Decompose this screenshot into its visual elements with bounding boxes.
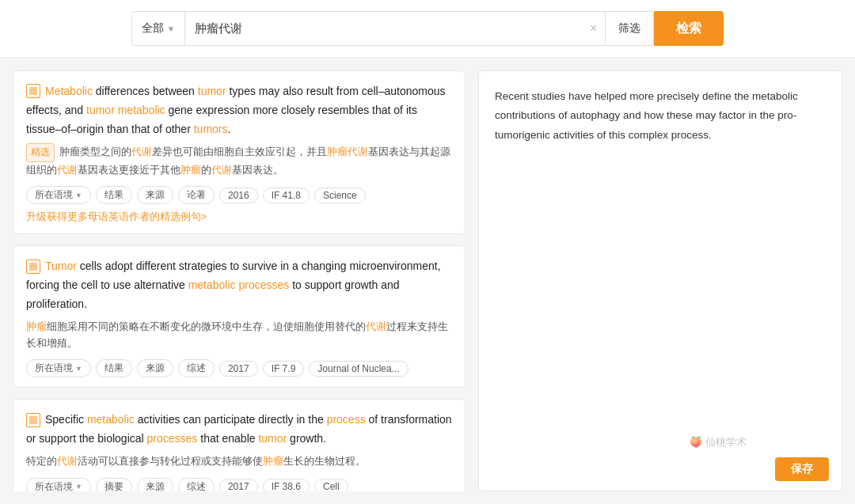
tag-source-1[interactable]: 来源 [137,186,173,204]
tags-row-3: 所在语境▼ 摘要 来源 综述 2017 IF 38.6 Cell [26,478,452,491]
filter-button[interactable]: 筛选 [605,12,653,45]
category-label: 全部 [142,21,164,36]
jingxuan-tag: 精选 [26,143,55,161]
tag-journal-2[interactable]: Journal of Nuclea... [309,361,408,377]
tag-year-2[interactable]: 2017 [219,361,258,377]
tag-journal-1[interactable]: Science [314,188,366,203]
watermark-text: 仙桃学术 [705,433,747,451]
tag-journal-3[interactable]: Cell [314,479,348,491]
search-bar: 全部 ▼ × 筛选 检索 [0,0,855,58]
tag-context-3[interactable]: 所在语境▼ [26,478,91,491]
search-container: 全部 ▼ × 筛选 [131,11,654,46]
tag-type-3[interactable]: 综述 [178,478,215,491]
zh-text-2: 肿瘤细胞采用不同的策略在不断变化的微环境中生存，迫使细胞使用替代的代谢过程来支持… [26,319,452,352]
result-card-1: Metabolic differences between tumor type… [13,70,466,234]
main-layout: Metabolic differences between tumor type… [0,58,855,504]
watermark: 🍑 仙桃学术 [690,433,747,451]
tag-source-2[interactable]: 来源 [137,359,173,377]
tags-row-1: 所在语境▼ 结果 来源 论著 2016 IF 41.8 Science [26,186,452,204]
tags-row-2: 所在语境▼ 结果 来源 综述 2017 IF 7.9 Journal of Nu… [26,359,452,377]
category-dropdown[interactable]: 全部 ▼ [132,12,185,45]
card-icon-2 [26,260,40,274]
tag-result-1[interactable]: 结果 [96,186,132,204]
en-text-3: Specific metabolic activities can partic… [26,411,452,449]
tag-type-1[interactable]: 论著 [178,186,215,204]
right-panel: Recent studies have helped more precisel… [478,70,842,491]
zh-text-3: 特定的代谢活动可以直接参与转化过程或支持能够使肿瘤生长的生物过程。 [26,453,452,470]
tag-arrow-icon: ▼ [75,191,82,199]
tag-context-1[interactable]: 所在语境▼ [26,186,91,204]
tag-arrow-icon-2: ▼ [75,365,82,373]
tag-year-3[interactable]: 2017 [219,479,258,491]
tag-result-2[interactable]: 结果 [96,359,132,377]
result-card-3: Specific metabolic activities can partic… [13,399,466,491]
right-panel-text: Recent studies have helped more precisel… [495,87,826,145]
tag-source-3[interactable]: 来源 [137,478,173,491]
zh-text-1: 精选 肿瘤类型之间的代谢差异也可能由细胞自主效应引起，并且肿瘤代谢基因表达与其起… [26,143,452,178]
en-text-1: Metabolic differences between tumor type… [26,82,452,138]
tag-if-3[interactable]: IF 38.6 [263,479,310,491]
tag-year-1[interactable]: 2016 [219,188,258,203]
upgrade-link[interactable]: 升级获得更多母语英语作者的精选例句> [26,210,452,224]
clear-icon[interactable]: × [582,21,605,36]
tag-abstract-3[interactable]: 摘要 [96,478,132,491]
en-text-2: Tumor cells adopt different strategies t… [26,257,452,313]
left-panel: Metabolic differences between tumor type… [13,70,466,491]
save-button[interactable]: 保存 [775,457,829,481]
card-icon-1 [26,84,40,98]
tag-if-2[interactable]: IF 7.9 [263,361,305,377]
tag-if-1[interactable]: IF 41.8 [263,188,310,203]
tag-type-2[interactable]: 综述 [178,359,215,377]
tag-arrow-icon-3: ▼ [75,483,82,491]
search-button[interactable]: 检索 [654,11,724,46]
chevron-down-icon: ▼ [167,25,175,33]
card-icon-3 [26,413,40,427]
search-input[interactable] [185,22,582,36]
tag-context-2[interactable]: 所在语境▼ [26,359,91,377]
result-card-2: Tumor cells adopt different strategies t… [13,245,466,388]
